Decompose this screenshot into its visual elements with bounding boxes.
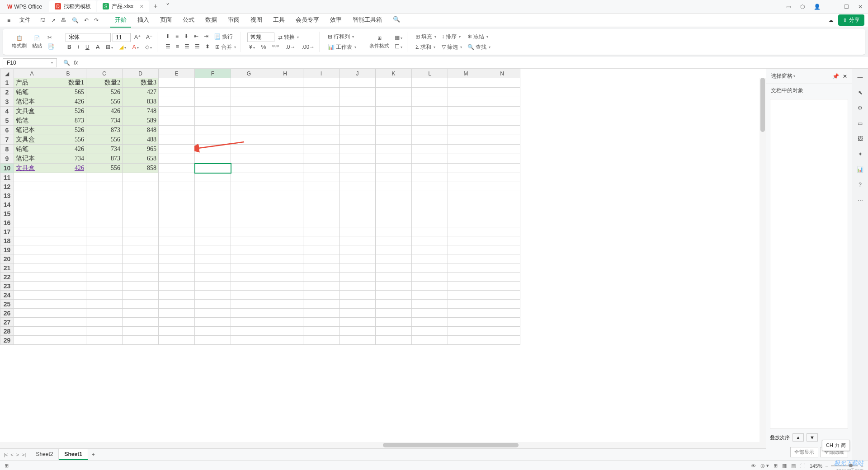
next-sheet-icon[interactable]: > bbox=[16, 452, 19, 457]
cell-I11[interactable] bbox=[303, 173, 340, 182]
cell-N5[interactable] bbox=[484, 116, 520, 126]
wrap-button[interactable]: 📃换行 bbox=[212, 32, 235, 42]
freeze-button[interactable]: ❄冻结▾ bbox=[466, 32, 492, 42]
col-header-A[interactable]: A bbox=[14, 69, 50, 78]
cell-I9[interactable] bbox=[303, 154, 340, 164]
cell-H4[interactable] bbox=[267, 107, 303, 116]
cell-F22[interactable] bbox=[195, 273, 231, 282]
cell-L20[interactable] bbox=[412, 254, 448, 263]
cell-C4[interactable]: 426 bbox=[86, 107, 123, 116]
minimize-icon[interactable]: — bbox=[828, 2, 837, 12]
tab-formula[interactable]: 公式 bbox=[178, 13, 199, 28]
cell-J18[interactable] bbox=[340, 236, 376, 245]
cell-M3[interactable] bbox=[448, 97, 484, 107]
cell-G21[interactable] bbox=[231, 263, 267, 273]
cell-A12[interactable] bbox=[14, 182, 50, 191]
cell-H15[interactable] bbox=[267, 209, 303, 218]
cell-G17[interactable] bbox=[231, 227, 267, 236]
indent-increase-icon[interactable]: ⇥ bbox=[202, 32, 210, 42]
cell-C11[interactable] bbox=[86, 173, 123, 182]
add-tab-button[interactable]: + bbox=[150, 0, 161, 13]
cell-H2[interactable] bbox=[267, 88, 303, 97]
cell-M17[interactable] bbox=[448, 227, 484, 236]
cell-A16[interactable] bbox=[14, 218, 50, 227]
zoom-out-icon[interactable]: − bbox=[825, 463, 828, 469]
sort-button[interactable]: ↕排序▾ bbox=[440, 32, 464, 42]
cell-K13[interactable] bbox=[376, 191, 412, 200]
cell-style-icon[interactable]: ☐▾ bbox=[393, 42, 404, 51]
cell-G29[interactable] bbox=[231, 336, 267, 345]
cell-H24[interactable] bbox=[267, 291, 303, 300]
cell-L17[interactable] bbox=[412, 227, 448, 236]
zoom-fx-icon[interactable]: 🔍 bbox=[63, 60, 70, 66]
cell-B17[interactable] bbox=[50, 227, 86, 236]
cell-B9[interactable]: 734 bbox=[50, 154, 86, 164]
cell-A7[interactable]: 文具盒 bbox=[14, 135, 50, 145]
row-header-1[interactable]: 1 bbox=[0, 78, 14, 88]
cell-C25[interactable] bbox=[86, 300, 123, 309]
cell-L19[interactable] bbox=[412, 245, 448, 254]
cell-I7[interactable] bbox=[303, 135, 340, 145]
cell-B14[interactable] bbox=[50, 200, 86, 209]
cell-A28[interactable] bbox=[14, 327, 50, 336]
cell-I17[interactable] bbox=[303, 227, 340, 236]
cell-F18[interactable] bbox=[195, 236, 231, 245]
cell-H19[interactable] bbox=[267, 245, 303, 254]
align-bottom-icon[interactable]: ⬇ bbox=[182, 32, 190, 42]
cell-J17[interactable] bbox=[340, 227, 376, 236]
cell-M27[interactable] bbox=[448, 318, 484, 327]
orientation-icon[interactable]: ⬍ bbox=[203, 42, 212, 52]
cell-M19[interactable] bbox=[448, 245, 484, 254]
cell-H12[interactable] bbox=[267, 182, 303, 191]
cell-G9[interactable] bbox=[231, 154, 267, 164]
cell-M10[interactable] bbox=[448, 164, 484, 173]
cell-K27[interactable] bbox=[376, 318, 412, 327]
cell-E11[interactable] bbox=[159, 173, 195, 182]
cell-C27[interactable] bbox=[86, 318, 123, 327]
cond-format-button[interactable]: ⊞ 条件格式 bbox=[368, 33, 391, 50]
cell-L13[interactable] bbox=[412, 191, 448, 200]
cell-G26[interactable] bbox=[231, 309, 267, 318]
cell-B2[interactable]: 565 bbox=[50, 88, 86, 97]
cell-H23[interactable] bbox=[267, 282, 303, 291]
cell-J2[interactable] bbox=[340, 88, 376, 97]
cell-F19[interactable] bbox=[195, 245, 231, 254]
cell-G4[interactable] bbox=[231, 107, 267, 116]
cell-C28[interactable] bbox=[86, 327, 123, 336]
cell-E28[interactable] bbox=[159, 327, 195, 336]
vertical-scrollbar[interactable] bbox=[760, 78, 766, 442]
cell-C18[interactable] bbox=[86, 236, 123, 245]
cell-C12[interactable] bbox=[86, 182, 123, 191]
align-middle-icon[interactable]: ≡ bbox=[174, 32, 180, 42]
cell-G22[interactable] bbox=[231, 273, 267, 282]
row-header-4[interactable]: 4 bbox=[0, 107, 14, 116]
cell-F1[interactable] bbox=[195, 78, 231, 88]
cell-M20[interactable] bbox=[448, 254, 484, 263]
cell-N25[interactable] bbox=[484, 300, 520, 309]
cell-C9[interactable]: 873 bbox=[86, 154, 123, 164]
cell-H6[interactable] bbox=[267, 126, 303, 135]
cell-J13[interactable] bbox=[340, 191, 376, 200]
cell-E6[interactable] bbox=[159, 126, 195, 135]
view-eye-icon[interactable]: 👁 bbox=[751, 463, 756, 469]
row-header-3[interactable]: 3 bbox=[0, 97, 14, 107]
cell-L29[interactable] bbox=[412, 336, 448, 345]
cell-I18[interactable] bbox=[303, 236, 340, 245]
cell-N13[interactable] bbox=[484, 191, 520, 200]
redo-icon[interactable]: ↷ bbox=[93, 16, 99, 24]
tab-menu-button[interactable]: ˅ bbox=[162, 0, 173, 13]
cell-E24[interactable] bbox=[159, 291, 195, 300]
cell-E16[interactable] bbox=[159, 218, 195, 227]
row-header-29[interactable]: 29 bbox=[0, 336, 14, 345]
cell-E3[interactable] bbox=[159, 97, 195, 107]
tab-smart[interactable]: 智能工具箱 bbox=[348, 13, 387, 28]
grid-wrapper[interactable]: ◢ABCDEFGHIJKLMN1产品数量1数量2数量32铅笔5655264273… bbox=[0, 69, 766, 442]
cell-J10[interactable] bbox=[340, 164, 376, 173]
cell-L22[interactable] bbox=[412, 273, 448, 282]
cell-C19[interactable] bbox=[86, 245, 123, 254]
tab-efficiency[interactable]: 效率 bbox=[326, 13, 346, 28]
export-icon[interactable]: ↗ bbox=[50, 16, 57, 24]
cell-H21[interactable] bbox=[267, 263, 303, 273]
cell-K3[interactable] bbox=[376, 97, 412, 107]
cell-J3[interactable] bbox=[340, 97, 376, 107]
